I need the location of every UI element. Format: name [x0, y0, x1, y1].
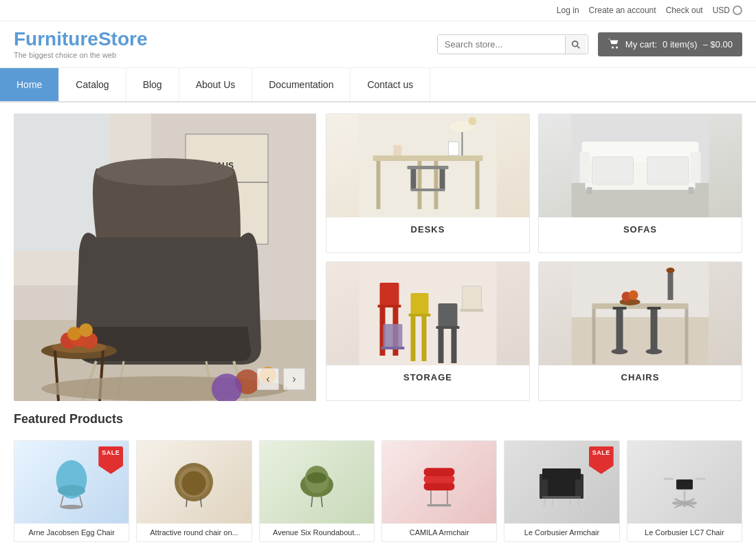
nav-link-catalog[interactable]: Catalog [59, 68, 126, 101]
nav-link-docs[interactable]: Documentation [252, 68, 351, 101]
nav-link-contact[interactable]: Contact us [351, 68, 430, 101]
svg-rect-70 [460, 309, 484, 312]
chairs-svg [539, 262, 742, 365]
login-link[interactable]: Log in [557, 6, 579, 15]
cart-button[interactable]: My cart: 0 item(s) – $0.00 [598, 32, 742, 56]
svg-rect-104 [424, 468, 455, 476]
svg-rect-75 [685, 309, 689, 364]
cart-total: – $0.00 [703, 39, 733, 50]
search-button[interactable] [565, 36, 586, 54]
svg-rect-60 [409, 314, 431, 316]
svg-point-3 [616, 47, 618, 49]
svg-rect-68 [452, 329, 457, 363]
svg-rect-126 [696, 478, 705, 480]
currency-value: USD [713, 6, 730, 15]
svg-line-1 [577, 45, 580, 48]
svg-rect-73 [592, 303, 689, 309]
svg-point-81 [646, 349, 663, 354]
product-svg-1 [166, 455, 221, 510]
nav-item-about: About Us [179, 68, 253, 101]
category-card-sofas[interactable]: SOFAS [538, 114, 742, 253]
product-svg-3 [412, 455, 467, 510]
category-label-storage: STORAGE [326, 365, 529, 389]
product-card-2[interactable]: Avenue Six Roundabout... [259, 440, 375, 542]
svg-point-43 [469, 117, 477, 125]
nav-link-about[interactable]: About Us [179, 68, 253, 101]
product-card-5[interactable]: Le Corbusier LC7 Chair [627, 440, 742, 542]
product-img-3 [382, 441, 496, 523]
category-grid: DESKS [316, 114, 742, 401]
product-name-3: CAMILA Armchair [382, 523, 496, 541]
header-right: My cart: 0 item(s) – $0.00 [437, 32, 742, 56]
logo: FurnitureStore [14, 30, 147, 49]
svg-rect-40 [394, 145, 402, 155]
product-card-3[interactable]: CAMILA Armchair [381, 440, 497, 542]
logo-brand: Furniture [14, 28, 98, 50]
svg-rect-107 [427, 504, 452, 506]
product-card-0[interactable]: SALE Arne Jacobsen Egg Chair [14, 440, 129, 542]
currency-selector[interactable]: USD [713, 6, 742, 15]
category-card-desks[interactable]: DESKS [326, 114, 530, 253]
cart-label: My cart: [625, 39, 657, 50]
product-card-4[interactable]: SALE Le Corbusier Armchair [504, 440, 619, 542]
product-card-1[interactable]: Attractive round chair on... [136, 440, 252, 542]
svg-rect-61 [411, 316, 416, 361]
svg-point-11 [96, 158, 234, 186]
svg-point-23 [67, 327, 81, 341]
category-card-storage[interactable]: STORAGE [326, 261, 530, 401]
globe-icon [733, 6, 742, 15]
featured-title: Featured Products [14, 412, 742, 431]
svg-rect-125 [663, 478, 673, 480]
svg-point-78 [612, 349, 628, 354]
nav-link-home[interactable]: Home [0, 68, 59, 101]
slider-image: BAUHAUS [14, 114, 316, 401]
category-img-chairs [539, 262, 742, 365]
svg-point-83 [667, 268, 675, 273]
svg-rect-82 [668, 272, 674, 300]
svg-rect-56 [378, 305, 401, 307]
category-img-desks [326, 114, 529, 217]
svg-rect-51 [647, 157, 689, 184]
checkout-link[interactable]: Check out [666, 6, 703, 15]
category-label-desks: DESKS [326, 217, 529, 241]
slider-next-button[interactable]: › [283, 368, 305, 390]
svg-rect-108 [542, 477, 581, 496]
svg-line-101 [321, 497, 322, 507]
nav-item-home: Home [0, 68, 59, 101]
category-img-storage [326, 262, 529, 365]
svg-line-116 [570, 499, 571, 507]
svg-rect-38 [411, 188, 445, 191]
product-img-1 [137, 441, 251, 523]
search-input[interactable] [438, 35, 565, 54]
category-label-sofas: SOFAS [539, 217, 742, 241]
svg-point-2 [612, 47, 614, 49]
svg-rect-49 [691, 152, 701, 183]
category-card-chairs[interactable]: CHAIRS [538, 261, 742, 401]
category-label-chairs: CHAIRS [539, 365, 742, 389]
cart-icon [608, 38, 620, 51]
product-name-5: Le Corbusier LC7 Chair [627, 523, 742, 541]
product-img-2 [260, 441, 374, 523]
sofas-svg [539, 114, 742, 217]
svg-rect-31 [377, 161, 381, 209]
svg-rect-62 [422, 316, 427, 361]
nav-link-blog[interactable]: Blog [126, 68, 179, 101]
category-img-sofas [539, 114, 742, 217]
svg-rect-53 [689, 187, 694, 194]
main-content: BAUHAUS [0, 102, 756, 412]
svg-line-115 [553, 499, 554, 507]
svg-line-100 [311, 497, 313, 507]
product-name-4: Le Corbusier Armchair [504, 523, 619, 541]
svg-rect-63 [383, 324, 403, 348]
top-bar: Log in Create an account Check out USD [0, 0, 756, 21]
chair-scene: BAUHAUS [14, 114, 316, 401]
header: FurnitureStore The biggest choice on the… [0, 21, 756, 68]
create-account-link[interactable]: Create an account [589, 6, 656, 15]
svg-line-113 [544, 499, 546, 507]
svg-rect-77 [616, 310, 623, 351]
product-img-5 [627, 441, 742, 523]
svg-line-114 [578, 499, 579, 507]
slider-prev-button[interactable]: ‹ [257, 368, 279, 390]
nav-item-catalog: Catalog [59, 68, 126, 101]
nav-item-contact: Contact us [351, 68, 430, 101]
